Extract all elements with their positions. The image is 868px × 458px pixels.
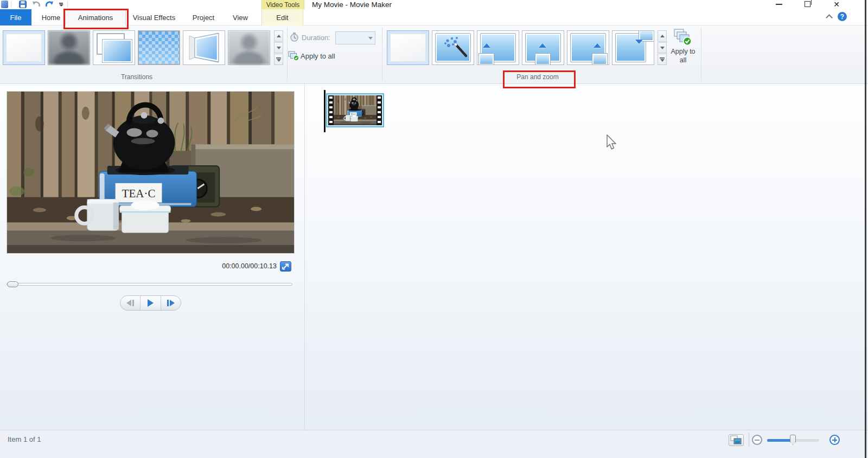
close-button[interactable]: ✕	[831, 0, 843, 8]
gallery-scroll-up-button[interactable]	[658, 30, 667, 42]
divider	[11, 1, 11, 8]
transition-item-diagonal[interactable]	[93, 30, 135, 65]
automatic-pan-zoom-icon	[432, 31, 474, 64]
save-icon	[19, 1, 27, 8]
diagonal-box-out-icon	[93, 31, 135, 64]
divider	[67, 1, 68, 8]
panel-divider	[304, 84, 305, 430]
thumbnail-view-button[interactable]	[729, 434, 744, 446]
minimize-button[interactable]	[773, 0, 785, 8]
more-icon	[276, 57, 281, 59]
duration-label: Duration:	[302, 34, 330, 42]
window-title: My Movie - Movie Maker	[312, 1, 392, 9]
app-icon[interactable]	[1, 1, 8, 8]
thumbnail-view-icon	[729, 435, 743, 446]
triangle-down-icon	[277, 47, 281, 49]
panzoom-item-zoom-in-right[interactable]	[567, 30, 609, 65]
ribbon: Duration: Apply to all	[0, 25, 868, 84]
filmstrip	[328, 95, 382, 125]
seek-slider-thumb[interactable]	[7, 281, 18, 287]
more-icon	[660, 57, 665, 59]
zoom-slider-thumb[interactable]	[790, 435, 796, 445]
transition-item-flip[interactable]	[183, 30, 225, 65]
panzoom-item-zoom-in-center[interactable]	[522, 30, 564, 65]
zoom-in-button[interactable]	[829, 435, 840, 445]
group-divider	[287, 27, 288, 81]
triangle-down-icon	[660, 59, 665, 62]
tab-home[interactable]: Home	[38, 9, 64, 25]
zoom-out-button[interactable]	[752, 435, 762, 445]
ribbon-tab-row: File Home Animations Visual Effects Proj…	[0, 9, 868, 25]
panzoom-item-none[interactable]	[387, 30, 429, 65]
play-button[interactable]	[140, 296, 161, 310]
duration-combobox[interactable]	[335, 31, 375, 44]
triangle-up-icon	[277, 35, 281, 37]
transition-item-no-transition[interactable]	[3, 30, 45, 65]
close-icon: ✕	[833, 1, 840, 8]
filmstrip-sprockets-left	[328, 95, 334, 125]
fullscreen-icon	[280, 262, 291, 271]
gallery-scroll-down-button[interactable]	[274, 42, 283, 54]
tab-visual-effects[interactable]: Visual Effects	[129, 9, 179, 25]
tab-project[interactable]: Project	[186, 9, 221, 25]
save-button[interactable]	[18, 0, 27, 9]
panzoom-item-automatic[interactable]	[432, 30, 474, 65]
seek-slider-track[interactable]	[7, 283, 292, 286]
tab-file[interactable]: File	[0, 9, 31, 25]
panzoom-group-label: Pan and zoom	[504, 73, 571, 82]
storyboard-clip[interactable]	[326, 93, 384, 127]
timecode-display: 00:00.00/00:10.13	[136, 262, 277, 270]
window-right-edge	[865, 0, 866, 458]
transition-item-dissolve[interactable]	[138, 30, 180, 65]
panzoom-item-zoom-in-left[interactable]	[477, 30, 519, 65]
gallery-more-button[interactable]	[274, 54, 283, 65]
title-bar: Video Tools My Movie - Movie Maker ✕	[0, 0, 868, 9]
main-content: 00:00.00/00:10.13	[0, 84, 868, 430]
qat-dropdown-button[interactable]	[58, 0, 65, 9]
video-preview-frame[interactable]	[7, 91, 295, 254]
tab-view[interactable]: View	[226, 9, 255, 25]
zoom-out-top-right-icon	[612, 31, 654, 64]
apply-to-all-button[interactable]: Apply to all	[301, 52, 335, 60]
transition-item-crossfade[interactable]	[48, 30, 90, 65]
chevron-down-icon	[368, 37, 373, 40]
dissolve-icon	[138, 31, 180, 64]
gallery-scroll-up-button[interactable]	[274, 30, 283, 42]
restore-button[interactable]	[801, 0, 813, 8]
minimize-icon	[776, 4, 782, 5]
duration-clock-icon	[290, 33, 299, 42]
fullscreen-button[interactable]	[280, 261, 291, 272]
filmstrip-sprockets-right	[376, 95, 382, 125]
gallery-more-button[interactable]	[658, 54, 667, 65]
previous-frame-button[interactable]	[120, 296, 140, 310]
flip-icon	[183, 31, 225, 64]
restore-icon	[805, 1, 810, 7]
undo-button[interactable]	[31, 0, 41, 9]
triangle-up-icon	[660, 35, 665, 37]
crossfade-icon	[48, 31, 90, 64]
tab-edit[interactable]: Edit	[261, 9, 303, 25]
collapse-ribbon-button[interactable]	[826, 14, 832, 20]
help-button[interactable]: ?	[838, 12, 847, 21]
tab-animations[interactable]: Animations	[65, 9, 126, 25]
plus-icon	[832, 437, 837, 442]
chevron-down-icon	[59, 3, 63, 7]
contextual-tab-group-label: Video Tools	[261, 0, 304, 9]
item-count-label: Item 1 of 1	[8, 435, 41, 443]
previous-frame-icon	[126, 300, 131, 306]
gallery-scroll-down-button[interactable]	[658, 42, 667, 54]
transition-item-fade[interactable]	[228, 30, 270, 65]
zoom-in-bottom-right-icon	[567, 31, 609, 64]
panzoom-apply-to-all-button[interactable]: Apply to all	[669, 29, 697, 79]
panzoom-item-zoom-out[interactable]	[612, 30, 654, 65]
redo-button[interactable]	[44, 0, 54, 9]
storyboard-playhead[interactable]	[324, 90, 326, 132]
transitions-group-label: Transitions	[3, 73, 271, 82]
fade-icon	[228, 31, 270, 64]
divider	[749, 433, 749, 447]
apply-to-all-icon	[288, 51, 299, 61]
minus-icon	[755, 440, 760, 441]
next-frame-button[interactable]	[161, 296, 181, 310]
group-divider	[701, 27, 701, 81]
no-pan-zoom-icon	[390, 34, 426, 62]
